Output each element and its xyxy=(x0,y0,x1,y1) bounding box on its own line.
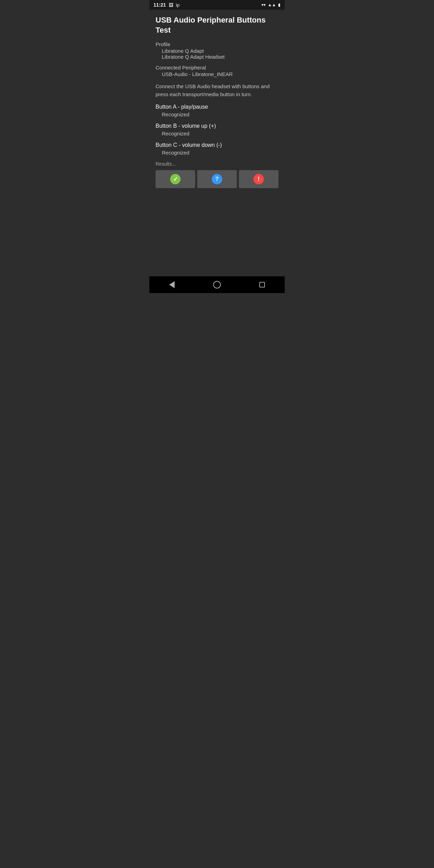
button-c-section: Button C - volume down (-) Recognized xyxy=(156,142,278,156)
main-content: USB Audio Peripheral Buttons Test Profil… xyxy=(149,10,285,276)
action-buttons: ✓ ? ! xyxy=(156,170,278,188)
back-icon xyxy=(169,281,175,288)
recent-button[interactable] xyxy=(255,278,269,292)
instruction-text: Connect the USB Audio headset with butto… xyxy=(156,83,278,98)
results-label: Results... xyxy=(156,161,278,167)
button-c-status: Recognized xyxy=(156,150,278,156)
button-b-label: Button B - volume up (+) xyxy=(156,123,278,129)
fail-icon: ! xyxy=(253,174,264,184)
connected-peripheral-section: Connected Peripheral USB-Audio - Librato… xyxy=(156,65,278,77)
fail-button[interactable]: ! xyxy=(239,170,278,188)
connected-peripheral-label: Connected Peripheral xyxy=(156,65,278,70)
signal-icon: ▲▲ xyxy=(268,2,276,7)
profile-section: Profile Libratone Q Adapt Libratone Q Ad… xyxy=(156,41,278,60)
home-icon xyxy=(213,281,221,289)
connected-peripheral-value: USB-Audio - Libratone_INEAR xyxy=(156,71,278,77)
info-icon: ? xyxy=(212,174,222,184)
status-left: 11:21 🖼 ip xyxy=(153,2,180,8)
button-b-section: Button B - volume up (+) Recognized xyxy=(156,123,278,136)
info-button[interactable]: ? xyxy=(197,170,237,188)
profile-item-1: Libratone Q Adapt xyxy=(156,48,278,54)
ip-label: ip xyxy=(176,2,180,8)
button-a-status: Recognized xyxy=(156,111,278,117)
battery-icon: ▮ xyxy=(278,2,281,7)
status-time: 11:21 xyxy=(153,2,166,8)
button-a-label: Button A - play/pause xyxy=(156,104,278,110)
profile-label: Profile xyxy=(156,41,278,47)
page-title: USB Audio Peripheral Buttons Test xyxy=(156,15,278,35)
back-button[interactable] xyxy=(165,278,179,292)
status-bar: 11:21 🖼 ip ▾▾ ▲▲ ▮ xyxy=(149,0,285,10)
wifi-icon: ▾▾ xyxy=(261,2,266,7)
status-right: ▾▾ ▲▲ ▮ xyxy=(261,2,281,7)
button-c-label: Button C - volume down (-) xyxy=(156,142,278,148)
pass-button[interactable]: ✓ xyxy=(156,170,195,188)
button-a-section: Button A - play/pause Recognized xyxy=(156,104,278,117)
home-button[interactable] xyxy=(210,278,224,292)
pass-icon: ✓ xyxy=(170,174,181,184)
profile-item-2: Libratone Q Adapt Headset xyxy=(156,54,278,60)
recent-icon xyxy=(259,282,265,287)
button-b-status: Recognized xyxy=(156,131,278,136)
nav-bar xyxy=(149,276,285,293)
image-icon: 🖼 xyxy=(169,2,173,8)
